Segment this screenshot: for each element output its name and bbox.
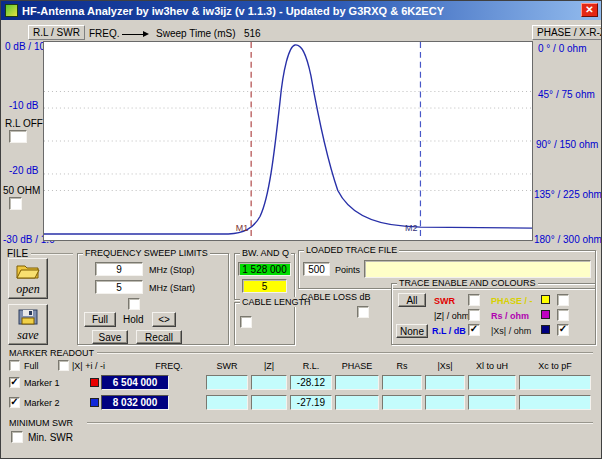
rl-offset-input[interactable]	[9, 130, 27, 143]
full-sweep-button[interactable]: Full	[84, 312, 116, 327]
50-ohm-ref-checkbox[interactable]	[9, 197, 22, 210]
title-bar: HF-Antenna Analyzer by iw3hev & iw3ijz (…	[1, 1, 601, 20]
sweep-chart[interactable]: M1 M2	[43, 41, 533, 241]
marker1-rs-cell	[382, 375, 422, 390]
sweep-time-label: Sweep Time (mS)	[156, 28, 235, 39]
right-axis-tick-4: 180° / 300 ohm	[534, 234, 602, 245]
marker1-rl-cell: -28.12	[290, 375, 332, 390]
header-rl: R.L.	[290, 361, 332, 371]
open-button-caption: open	[16, 283, 39, 295]
marker2-name: Marker 2	[24, 398, 60, 408]
marker2-xs-cell	[425, 395, 465, 410]
cable-loss-checkbox[interactable]	[357, 306, 369, 318]
readout-xi-checkbox[interactable]	[58, 360, 69, 371]
save-disk-icon	[18, 309, 38, 327]
trace-rs-checkbox[interactable]	[557, 309, 569, 321]
q-value-field: 5	[242, 279, 287, 293]
recall-limits-button[interactable]: Recall	[136, 330, 182, 344]
marker1-enable-checkbox[interactable]	[9, 377, 20, 388]
right-axis-tick-0: 0 ° / 0 ohm	[538, 43, 586, 54]
marker2-rs-cell	[382, 395, 422, 410]
stop-frequency-input[interactable]: 9	[95, 262, 143, 276]
trace-none-button[interactable]: None	[396, 324, 428, 338]
marker2-readout-row: -27.19	[206, 395, 591, 410]
trace-rl-label: R.L / dB	[432, 326, 466, 336]
marker1-label: M1	[236, 223, 248, 233]
marker2-swr-cell	[206, 395, 248, 410]
minimum-swr-divider	[87, 422, 593, 424]
marker1-readout-row: -28.12	[206, 375, 591, 390]
cable-length-checkbox[interactable]	[240, 316, 252, 328]
hold-checkbox[interactable]	[128, 298, 140, 310]
trace-z-label: |Z| / ohm	[434, 311, 469, 321]
frequency-sweep-limits-label: FREQUENCY SWEEP LIMITS	[83, 248, 210, 258]
trace-points-label: Points	[335, 265, 360, 275]
app-icon	[5, 4, 18, 17]
open-folder-icon	[16, 263, 40, 281]
marker2-freq-field[interactable]: 8 032 000	[101, 395, 169, 410]
marker1-freq-field[interactable]: 6 504 000	[101, 375, 169, 390]
app-window: HF-Antenna Analyzer by iw3hev & iw3ijz (…	[0, 0, 602, 459]
marker-readout-label: MARKER READOUT	[9, 348, 94, 358]
marker2-phase-cell	[335, 395, 379, 410]
left-axis-tick-0: 0 dB / 10	[5, 41, 45, 52]
trace-xs-label: |Xs| / ohm	[491, 326, 531, 336]
trace-rl-checkbox[interactable]	[468, 324, 480, 336]
stop-frequency-label: MHz (Stop)	[149, 265, 195, 275]
right-axis-tick-3: 135° / 225 ohm	[534, 189, 602, 200]
header-swr: SWR	[206, 361, 248, 371]
trace-rs-swatch	[541, 310, 550, 319]
trace-enable-label: TRACE ENABLE AND COLOURS	[397, 278, 538, 288]
right-axis-tick-1: 45° / 75 ohm	[538, 89, 595, 100]
header-z: |Z|	[251, 361, 287, 371]
save-limits-button[interactable]: Save	[92, 330, 128, 344]
readout-full-label: Full	[24, 361, 39, 371]
minimum-swr-label: MINIMUM SWR	[9, 418, 73, 428]
trace-z-checkbox[interactable]	[468, 309, 480, 321]
return-loss-curve	[44, 45, 532, 234]
marker1-z-cell	[251, 375, 287, 390]
marker2-enable-checkbox[interactable]	[9, 397, 20, 408]
marker1-xl-cell	[468, 375, 516, 390]
marker2-z-cell	[251, 395, 287, 410]
marker2-rl-cell: -27.19	[290, 395, 332, 410]
header-freq: FREQ.	[135, 361, 203, 371]
left-axis-tick-2: -20 dB	[9, 165, 38, 176]
trace-swr-label: SWR	[434, 296, 455, 306]
header-xs: |Xs|	[425, 361, 465, 371]
start-frequency-input[interactable]: 5	[95, 280, 143, 294]
trace-phase-checkbox[interactable]	[557, 294, 569, 306]
marker1-name: Marker 1	[24, 378, 60, 388]
header-rs: Rs	[382, 361, 422, 371]
file-section-divider	[31, 253, 73, 255]
marker1-color-swatch	[90, 378, 99, 387]
marker2-xc-cell	[519, 395, 591, 410]
bw-and-q-label: BW. AND Q	[240, 248, 291, 258]
marker1-xc-cell	[519, 375, 591, 390]
min-swr-checkbox[interactable]	[11, 431, 23, 443]
close-button[interactable]: ✕	[581, 3, 598, 17]
step-button[interactable]: <>	[152, 312, 176, 327]
right-axis-tick-2: 90° / 150 ohm	[536, 139, 598, 150]
trace-xs-checkbox[interactable]	[557, 324, 569, 336]
marker2-label: M2	[405, 223, 417, 233]
bandwidth-value-field: 1 528 000	[238, 262, 291, 276]
marker1-phase-cell	[335, 375, 379, 390]
phase-scale-label: PHASE / X-R-Z	[532, 25, 602, 40]
header-xl-uh: Xl to uH	[468, 361, 516, 371]
open-file-button[interactable]: open	[8, 258, 48, 299]
trace-rs-label: Rs / ohm	[491, 311, 529, 321]
trace-swr-checkbox[interactable]	[468, 294, 480, 306]
hold-label: Hold	[123, 314, 144, 325]
readout-full-checkbox[interactable]	[9, 360, 20, 371]
save-button-caption: save	[17, 329, 38, 341]
save-file-button[interactable]: save	[8, 304, 48, 345]
loaded-trace-file-label: LOADED TRACE FILE	[304, 245, 399, 255]
trace-phase-swatch	[541, 295, 550, 304]
trace-all-button[interactable]: All	[398, 293, 426, 307]
window-title: HF-Antenna Analyzer by iw3hev & iw3ijz (…	[22, 5, 444, 17]
trace-filename-field[interactable]	[364, 260, 591, 278]
trace-points-field: 500	[303, 262, 330, 276]
readout-headers: SWR |Z| R.L. PHASE Rs |Xs| Xl to uH Xc t…	[206, 361, 591, 371]
min-swr-item-label: Min. SWR	[28, 432, 73, 443]
